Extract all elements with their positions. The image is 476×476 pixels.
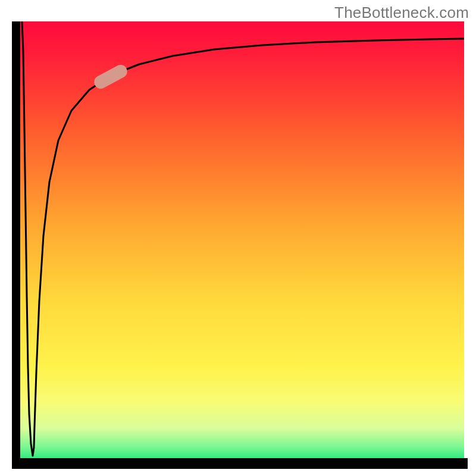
bottleneck-curve xyxy=(22,21,464,456)
x-axis xyxy=(12,458,468,469)
y-axis xyxy=(12,21,20,464)
chart-container: TheBottleneck.com xyxy=(0,0,476,476)
curve-layer xyxy=(12,21,464,464)
plot-area xyxy=(12,21,464,464)
watermark-text: TheBottleneck.com xyxy=(334,4,469,22)
